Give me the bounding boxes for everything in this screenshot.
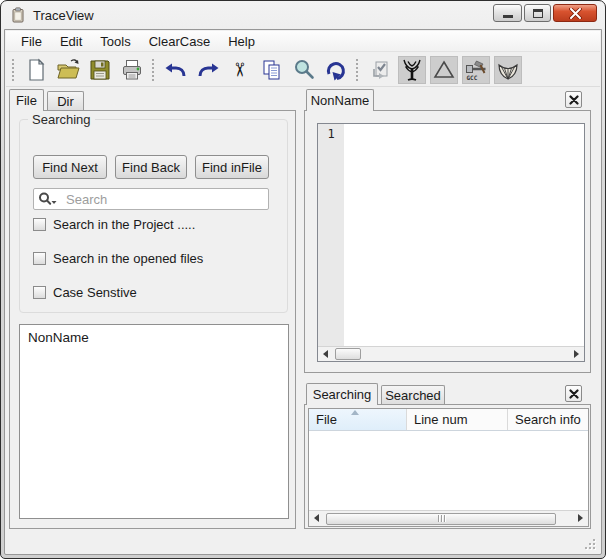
- sync-check-icon: [367, 57, 393, 83]
- sync-check-button-disabled[interactable]: [364, 55, 396, 85]
- scrollbar-thumb[interactable]: [326, 513, 556, 525]
- file-listbox[interactable]: NonName: [19, 324, 289, 519]
- menu-help[interactable]: Help: [219, 32, 264, 51]
- triangle-icon: [431, 57, 457, 83]
- tab-searched[interactable]: Searched: [381, 385, 445, 404]
- menubar: File Edit Tools ClearCase Help: [6, 31, 600, 52]
- find-infile-button[interactable]: Find inFile: [195, 155, 269, 179]
- resize-grip[interactable]: [583, 537, 596, 550]
- toolbar-drag-handle[interactable]: [11, 58, 16, 82]
- tab-label: Searching: [313, 387, 372, 402]
- editor-close-button[interactable]: [565, 91, 582, 108]
- left-arrow-icon: [323, 350, 328, 358]
- cut-button[interactable]: ✂: [224, 55, 256, 85]
- scroll-left-arrow[interactable]: [318, 347, 333, 361]
- shell-button[interactable]: [494, 56, 522, 84]
- tab-file[interactable]: File: [9, 89, 44, 111]
- repeat-arrow-icon: [323, 57, 349, 83]
- status-bar: [6, 530, 600, 553]
- undo-button[interactable]: [160, 55, 192, 85]
- redo-icon: [195, 57, 221, 83]
- tab-dir[interactable]: Dir: [47, 91, 84, 110]
- scroll-right-arrow[interactable]: [573, 511, 588, 525]
- scrollbar-thumb[interactable]: [335, 348, 361, 360]
- column-label: Search info: [515, 412, 581, 427]
- shell-icon: [495, 57, 521, 83]
- tab-nonname[interactable]: NonName: [306, 89, 374, 111]
- menu-edit[interactable]: Edit: [51, 32, 91, 51]
- menu-tools[interactable]: Tools: [91, 32, 139, 51]
- editor-text-area[interactable]: [344, 124, 584, 346]
- app-window: TraceView File Edit Tools ClearCase Help: [0, 0, 606, 559]
- checkbox-search-in-project[interactable]: Search in the Project .....: [33, 216, 195, 232]
- checkbox-case-sensitive[interactable]: Case Senstive: [33, 284, 137, 300]
- thumb-grip: [444, 515, 445, 522]
- tab-searching[interactable]: Searching: [306, 383, 378, 405]
- minimize-button[interactable]: [493, 4, 522, 22]
- find-button[interactable]: [288, 55, 320, 85]
- thumb-grip: [441, 515, 442, 522]
- find-back-button[interactable]: Find Back: [115, 155, 187, 179]
- button-label: Find inFile: [202, 160, 262, 175]
- left-arrow-icon: [314, 514, 319, 522]
- toolbar-drag-handle[interactable]: [355, 58, 360, 82]
- new-document-icon: [23, 57, 49, 83]
- right-arrow-icon: [578, 514, 583, 522]
- cut-scissors-icon: ✂: [230, 62, 249, 78]
- find-next-button[interactable]: Find Next: [33, 155, 107, 179]
- triangle-button[interactable]: [430, 56, 458, 84]
- checkbox-icon: [33, 218, 46, 231]
- tree-button[interactable]: [398, 56, 426, 84]
- search-field-wrap: [33, 188, 269, 210]
- table-body[interactable]: [309, 431, 588, 510]
- open-folder-icon: [55, 57, 81, 83]
- column-label: Line num: [414, 412, 467, 427]
- checkbox-icon: [33, 252, 46, 265]
- column-label: File: [316, 412, 337, 427]
- tab-label: Searched: [385, 388, 441, 403]
- redo-button[interactable]: [192, 55, 224, 85]
- save-button[interactable]: [84, 55, 116, 85]
- button-label: Find Back: [122, 160, 180, 175]
- column-header-search-info[interactable]: Search info: [508, 409, 588, 430]
- minimize-icon: [503, 15, 513, 18]
- editor-horizontal-scrollbar[interactable]: [318, 346, 584, 361]
- close-button[interactable]: [553, 4, 597, 22]
- searching-groupbox: Searching Find Next Find Back Find inFil…: [19, 119, 288, 313]
- right-arrow-icon: [574, 350, 579, 358]
- new-document-button[interactable]: [20, 55, 52, 85]
- scroll-left-arrow[interactable]: [309, 511, 324, 525]
- open-file-button[interactable]: [52, 55, 84, 85]
- find-magnifier-icon: [291, 57, 317, 83]
- search-input[interactable]: [33, 188, 269, 210]
- scroll-right-arrow[interactable]: [569, 347, 584, 361]
- copy-icon: [259, 57, 285, 83]
- checkbox-label: Search in the Project .....: [53, 217, 195, 232]
- close-icon: [569, 8, 582, 19]
- checkbox-search-opened-files[interactable]: Search in the opened files: [33, 250, 203, 266]
- toolbar-drag-handle[interactable]: [151, 58, 156, 82]
- gcc-hammer-icon: GCC: [463, 57, 489, 83]
- svg-text:GCC: GCC: [467, 74, 478, 81]
- repeat-button[interactable]: [320, 55, 352, 85]
- column-header-file[interactable]: File: [309, 409, 407, 430]
- tab-label: NonName: [311, 93, 370, 108]
- column-header-line-num[interactable]: Line num: [407, 409, 508, 430]
- app-clipboard-icon: [10, 7, 26, 23]
- print-button[interactable]: [116, 55, 148, 85]
- tab-label: File: [16, 93, 37, 108]
- tab-label: Dir: [57, 94, 74, 109]
- close-icon: [569, 95, 579, 105]
- maximize-button[interactable]: [524, 4, 551, 22]
- titlebar[interactable]: TraceView: [1, 1, 605, 29]
- results-close-button[interactable]: [565, 385, 582, 402]
- button-label: Find Next: [42, 160, 98, 175]
- editor-pane: 1: [304, 110, 591, 373]
- menu-clearcase[interactable]: ClearCase: [140, 32, 219, 51]
- list-item[interactable]: NonName: [20, 325, 288, 345]
- menu-file[interactable]: File: [12, 32, 51, 51]
- table-horizontal-scrollbar[interactable]: [309, 510, 588, 526]
- line-number: 1: [318, 124, 344, 141]
- gcc-build-button[interactable]: GCC: [462, 56, 490, 84]
- copy-button[interactable]: [256, 55, 288, 85]
